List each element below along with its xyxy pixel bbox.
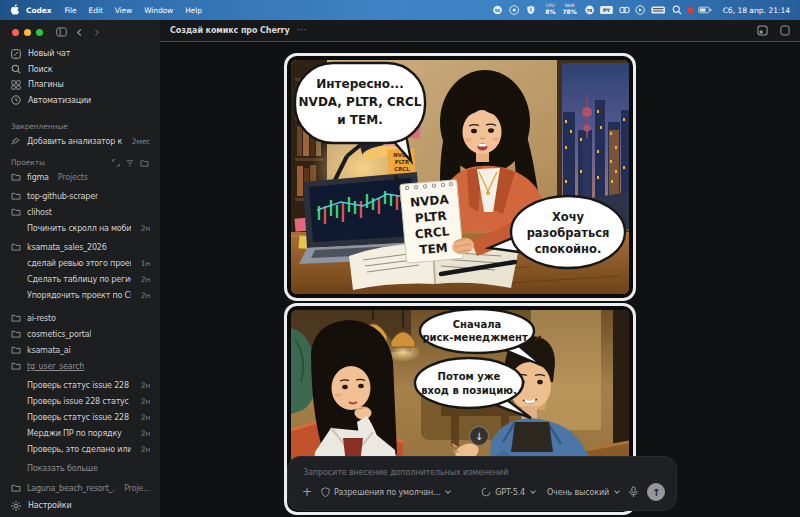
expand-icon[interactable] xyxy=(112,159,120,167)
main-area: Создай комикс про Cherry ··· xyxy=(160,20,800,517)
chat-title: Создай комикс про Cherry xyxy=(170,26,290,35)
composer-placeholder: Запросите внесение дополнительных измене… xyxy=(303,468,508,477)
send-button[interactable]: ↑ xyxy=(647,483,665,501)
filter-icon[interactable] xyxy=(126,159,134,167)
svg-text:разобраться: разобраться xyxy=(527,226,610,240)
forward-icon[interactable] xyxy=(92,28,101,37)
minimize-button[interactable] xyxy=(24,29,31,36)
chat-title-menu[interactable]: ··· xyxy=(298,26,307,35)
new-chat-icon xyxy=(11,49,21,59)
sidebar-list-item[interactable]: Упорядочить проект по CLAUDE... 2н xyxy=(0,287,160,303)
menu-edit[interactable]: Edit xyxy=(83,6,109,15)
folder-icon xyxy=(11,192,21,200)
menu-clock[interactable]: Сб, 18 апр. 21:14 xyxy=(723,6,790,15)
new-folder-icon[interactable] xyxy=(140,159,149,167)
flower-circle-icon xyxy=(510,6,519,15)
menu-app-name[interactable]: Codex xyxy=(20,6,58,15)
attach-button[interactable]: + xyxy=(302,486,312,498)
sidebar-list-item[interactable]: Проверь, это сделано или нет: ... 2н xyxy=(0,441,160,457)
sidebar-list-item[interactable]: ai-resto xyxy=(0,310,160,326)
folder-icon xyxy=(11,173,21,181)
menu-bar: Codex File Edit View Window Help ts CPU8… xyxy=(0,0,800,20)
zoom-button[interactable] xyxy=(36,29,43,36)
sidebar-item-automations[interactable]: Автоматизации xyxy=(0,93,160,109)
model-dropdown[interactable]: GPT-5.4 xyxy=(495,488,525,497)
scroll-to-bottom-button[interactable]: ↓ xyxy=(469,426,489,446)
gear-icon xyxy=(11,501,21,511)
sidebar-list-item[interactable]: сделай ревью этого проекта на ... 1н xyxy=(0,255,160,271)
sidebar-list-item[interactable]: ksamata_sales_2026 xyxy=(0,239,160,255)
folder-icon xyxy=(11,346,21,354)
sidebar-list-item[interactable]: figma Projects xyxy=(0,169,160,185)
sidebar-list-item[interactable]: Сделать таблицу по регистрац... 2н xyxy=(0,271,160,287)
apple-menu-icon[interactable] xyxy=(10,4,20,16)
sidebar-list-item[interactable]: clihost xyxy=(0,204,160,220)
sidebar-list-item[interactable]: Проверь issue 228 статус 2н xyxy=(0,393,160,409)
back-icon[interactable] xyxy=(75,28,84,37)
menu-help[interactable]: Help xyxy=(179,6,208,15)
cpu-status[interactable]: CPU8% xyxy=(545,4,555,16)
folder-icon xyxy=(11,330,21,338)
sidebar-list-item[interactable]: Показать больше xyxy=(0,460,160,476)
chevron-down-icon xyxy=(614,488,620,494)
svg-text:78: 78 xyxy=(587,8,593,13)
menu-file[interactable]: File xyxy=(58,6,82,15)
svg-text:спокойно.: спокойно. xyxy=(535,242,602,256)
status-icons: ts CPU8% RAM78% 78 PY Сб, 18 апр. 21:14 xyxy=(492,4,790,16)
comic-panel-1: NVDAPLTRCRCLTEM xyxy=(287,56,633,298)
sidebar-list-item[interactable]: Проверь статус issue 228 2н xyxy=(0,409,160,425)
folder-icon xyxy=(11,314,21,322)
sidebar-list-item[interactable]: Проверь статус issue 228 2н xyxy=(0,377,160,393)
chat-title-bar: Создай комикс про Cherry ··· xyxy=(160,20,800,42)
menu-view[interactable]: View xyxy=(109,6,138,15)
sidebar-list-item[interactable]: ksamata_ai xyxy=(0,342,160,358)
mic-icon[interactable] xyxy=(629,486,638,498)
plugins-icon xyxy=(11,80,21,90)
pin-icon xyxy=(11,137,20,146)
svg-text:Сначала: Сначала xyxy=(453,319,502,330)
new-window-icon[interactable] xyxy=(780,25,790,36)
sidebar-list-item[interactable]: top-github-scraper xyxy=(0,188,160,204)
folder-icon xyxy=(11,362,21,370)
menu-window[interactable]: Window xyxy=(138,6,179,15)
window-controls xyxy=(0,24,160,40)
composer[interactable]: Запросите внесение дополнительных измене… xyxy=(287,456,677,511)
svg-text:NVDA, PLTR, CRCL: NVDA, PLTR, CRCL xyxy=(299,95,422,109)
sidebar-item-search[interactable]: Поиск xyxy=(0,62,160,78)
sidebar-toggle-icon[interactable] xyxy=(56,27,67,37)
play-circle-icon xyxy=(636,6,645,15)
sidebar-item-new-chat[interactable]: Новый чат xyxy=(0,46,160,62)
sidebar-item-settings[interactable]: Настройки xyxy=(0,497,160,514)
svg-text:PLTR: PLTR xyxy=(414,209,447,226)
folder-icon xyxy=(11,243,21,251)
svg-text:PY: PY xyxy=(603,8,611,13)
ram-status[interactable]: RAM78% xyxy=(562,4,576,16)
svg-text:ts: ts xyxy=(495,8,500,13)
sidebar-list-item[interactable]: Мерджи ПР по порядку 2н xyxy=(0,425,160,441)
link-icon xyxy=(620,7,629,12)
chevron-down-icon xyxy=(445,488,451,494)
sidebar-list-item[interactable]: cosmetics_portal xyxy=(0,326,160,342)
sidebar-list-item[interactable]: Laguna_beach_resort_... Proje... xyxy=(0,480,160,496)
status-icons-group-2[interactable]: 78 PY xyxy=(584,4,714,16)
automations-icon xyxy=(11,95,21,105)
svg-text:Потом уже: Потом уже xyxy=(438,371,501,382)
shield-icon xyxy=(528,6,535,15)
comic-panel-1-art: NVDAPLTRCRCLTEM xyxy=(291,60,629,294)
search-icon xyxy=(11,64,21,74)
sidebar-list-item[interactable]: Починить скролл на мобилках 2н xyxy=(0,220,160,236)
sidebar-list-item[interactable]: tg_user_search xyxy=(0,358,160,374)
svg-text:CRCL: CRCL xyxy=(394,166,410,172)
status-icons-group-1[interactable]: ts xyxy=(492,4,538,16)
permissions-dropdown[interactable]: Разрешения по умолчан... xyxy=(334,488,440,497)
projects-section-header: Проекты xyxy=(0,156,160,169)
model-icon xyxy=(481,487,491,497)
close-button[interactable] xyxy=(12,29,19,36)
split-view-icon[interactable] xyxy=(757,25,768,36)
svg-text:PLTR: PLTR xyxy=(395,159,410,165)
pinned-chat-item[interactable]: Добавить анализатор кондо-с... 2мес xyxy=(0,133,160,149)
sidebar-item-plugins[interactable]: Плагины xyxy=(0,77,160,93)
svg-text:риск-менеджмент.: риск-менеджмент. xyxy=(422,332,531,343)
effort-dropdown[interactable]: Очень высокий xyxy=(547,488,609,497)
py-badge-icon: PY xyxy=(600,6,613,14)
